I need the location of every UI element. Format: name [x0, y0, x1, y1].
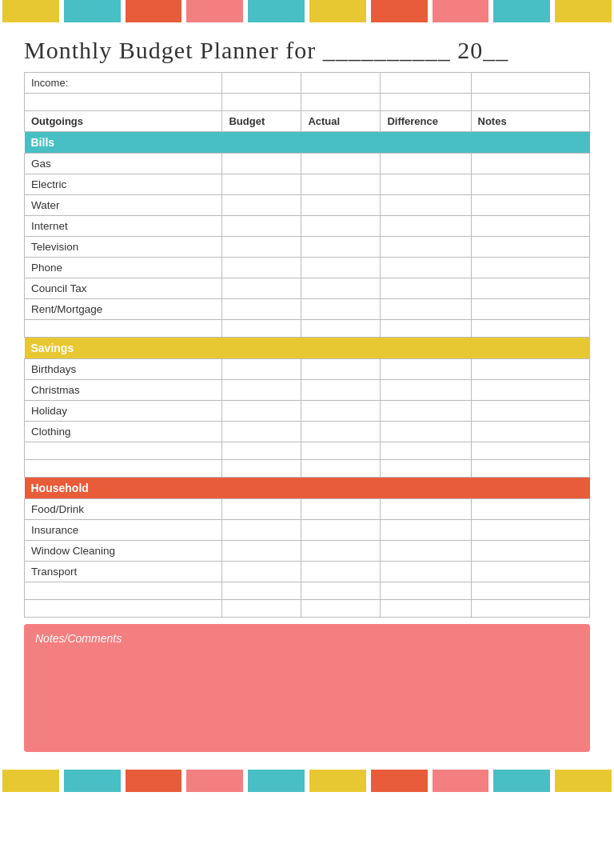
christmas-notes[interactable] [471, 380, 590, 401]
internet-diff[interactable] [381, 216, 471, 237]
label-phone: Phone [25, 258, 222, 278]
page-title: Monthly Budget Planner for __________ 20… [0, 22, 614, 72]
internet-notes[interactable] [471, 216, 590, 237]
phone-actual[interactable] [301, 258, 381, 278]
gas-notes[interactable] [471, 154, 590, 174]
deco-segment [186, 0, 243, 22]
clothing-diff[interactable] [381, 422, 471, 442]
christmas-budget[interactable] [222, 380, 301, 401]
row-television: Television [25, 237, 590, 258]
birthdays-budget[interactable] [222, 359, 301, 380]
council-tax-budget[interactable] [222, 278, 301, 299]
holiday-budget[interactable] [222, 401, 301, 422]
council-tax-notes[interactable] [471, 278, 590, 299]
col-header-actual: Actual [301, 111, 381, 132]
main-content: Income: Outgoings Budget Actual Differen… [0, 72, 614, 760]
rent-mortgage-budget[interactable] [222, 299, 301, 320]
deco-segment [493, 770, 550, 792]
rent-mortgage-actual[interactable] [301, 299, 381, 320]
window-cleaning-diff[interactable] [381, 541, 471, 562]
food-drink-actual[interactable] [301, 499, 381, 520]
phone-diff[interactable] [381, 258, 471, 278]
phone-budget[interactable] [222, 258, 301, 278]
clothing-budget[interactable] [222, 422, 301, 442]
deco-top-bar [0, 0, 614, 22]
food-drink-diff[interactable] [381, 499, 471, 520]
transport-actual[interactable] [301, 562, 381, 582]
deco-segment [371, 770, 428, 792]
rent-mortgage-diff[interactable] [381, 299, 471, 320]
deco-segment [2, 770, 59, 792]
label-birthdays: Birthdays [25, 359, 222, 380]
transport-notes[interactable] [471, 562, 590, 582]
television-actual[interactable] [301, 237, 381, 258]
birthdays-notes[interactable] [471, 359, 590, 380]
water-budget[interactable] [222, 195, 301, 216]
birthdays-actual[interactable] [301, 359, 381, 380]
food-drink-notes[interactable] [471, 499, 590, 520]
clothing-notes[interactable] [471, 422, 590, 442]
rent-mortgage-notes[interactable] [471, 299, 590, 320]
deco-segment [555, 0, 612, 22]
col-header-notes: Notes [471, 111, 590, 132]
notes-comments-section[interactable]: Notes/Comments [24, 624, 590, 752]
window-cleaning-budget[interactable] [222, 541, 301, 562]
internet-actual[interactable] [301, 216, 381, 237]
deco-segment [433, 0, 489, 22]
income-notes[interactable] [471, 73, 590, 94]
section-header-savings: Savings [25, 338, 590, 359]
label-food-drink: Food/Drink [25, 499, 222, 520]
electric-actual[interactable] [301, 174, 381, 195]
section-header-household: Household [25, 478, 590, 499]
phone-notes[interactable] [471, 258, 590, 278]
gas-diff[interactable] [381, 154, 471, 174]
water-notes[interactable] [471, 195, 590, 216]
television-budget[interactable] [222, 237, 301, 258]
insurance-actual[interactable] [301, 520, 381, 541]
income-actual[interactable] [301, 73, 381, 94]
income-budget[interactable] [222, 73, 301, 94]
council-tax-actual[interactable] [301, 278, 381, 299]
gas-actual[interactable] [301, 154, 381, 174]
row-holiday: Holiday [25, 401, 590, 422]
income-row: Income: [25, 73, 590, 94]
christmas-diff[interactable] [381, 380, 471, 401]
transport-diff[interactable] [381, 562, 471, 582]
insurance-notes[interactable] [471, 520, 590, 541]
row-transport: Transport [25, 562, 590, 582]
electric-notes[interactable] [471, 174, 590, 195]
income-diff[interactable] [381, 73, 471, 94]
clothing-actual[interactable] [301, 422, 381, 442]
birthdays-diff[interactable] [381, 359, 471, 380]
electric-budget[interactable] [222, 174, 301, 195]
row-insurance: Insurance [25, 520, 590, 541]
water-actual[interactable] [301, 195, 381, 216]
transport-budget[interactable] [222, 562, 301, 582]
internet-budget[interactable] [222, 216, 301, 237]
row-clothing: Clothing [25, 422, 590, 442]
window-cleaning-notes[interactable] [471, 541, 590, 562]
water-diff[interactable] [381, 195, 471, 216]
insurance-diff[interactable] [381, 520, 471, 541]
label-gas: Gas [25, 154, 222, 174]
television-notes[interactable] [471, 237, 590, 258]
holiday-actual[interactable] [301, 401, 381, 422]
label-window-cleaning: Window Cleaning [25, 541, 222, 562]
council-tax-diff[interactable] [381, 278, 471, 299]
window-cleaning-actual[interactable] [301, 541, 381, 562]
deco-segment [126, 0, 182, 22]
section-header-bills: Bills [25, 132, 590, 154]
television-diff[interactable] [381, 237, 471, 258]
col-header-budget: Budget [222, 111, 301, 132]
electric-diff[interactable] [381, 174, 471, 195]
holiday-diff[interactable] [381, 401, 471, 422]
christmas-actual[interactable] [301, 380, 381, 401]
gas-budget[interactable] [222, 154, 301, 174]
insurance-budget[interactable] [222, 520, 301, 541]
deco-bottom-bar [0, 770, 614, 792]
notes-comments-label: Notes/Comments [35, 632, 579, 645]
holiday-notes[interactable] [471, 401, 590, 422]
savings-label: Savings [25, 338, 590, 359]
col-header-outgoings: Outgoings [25, 111, 222, 132]
food-drink-budget[interactable] [222, 499, 301, 520]
